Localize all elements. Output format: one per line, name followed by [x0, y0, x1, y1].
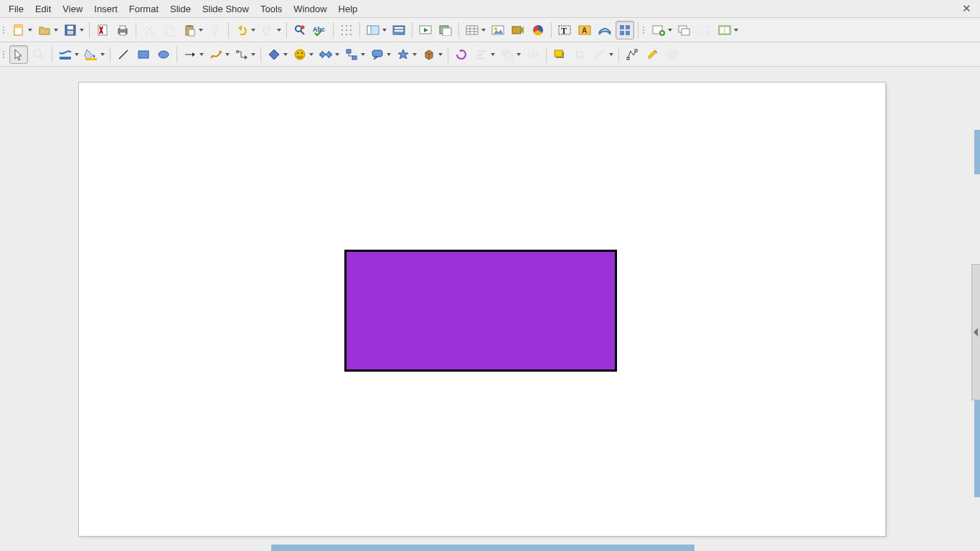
- curves-button[interactable]: [207, 45, 225, 64]
- rectangle-shape[interactable]: [344, 250, 617, 372]
- open-dropdown[interactable]: [53, 21, 59, 39]
- lines-arrows-dropdown[interactable]: [199, 45, 204, 64]
- insert-image-button[interactable]: [489, 21, 507, 39]
- undo-dropdown[interactable]: [250, 21, 256, 39]
- redo-dropdown[interactable]: [276, 21, 282, 39]
- start-current-button[interactable]: [436, 21, 455, 39]
- fill-color-dropdown[interactable]: [100, 45, 105, 64]
- align-button[interactable]: [472, 45, 491, 64]
- line-color-dropdown[interactable]: [74, 45, 80, 64]
- save-button[interactable]: [61, 21, 80, 39]
- block-arrows-dropdown[interactable]: [334, 45, 340, 64]
- insert-table-dropdown[interactable]: [481, 21, 486, 39]
- fill-color-button[interactable]: [82, 45, 100, 64]
- horizontal-scrollbar[interactable]: [271, 545, 694, 551]
- menu-tools[interactable]: Tools: [255, 1, 288, 17]
- duplicate-slide-button[interactable]: [675, 21, 694, 39]
- undo-button[interactable]: [232, 21, 251, 39]
- display-grid-button[interactable]: [337, 21, 356, 39]
- basic-shapes-button[interactable]: [265, 45, 283, 64]
- menu-help[interactable]: Help: [333, 1, 364, 17]
- toolbar-grip[interactable]: [643, 22, 647, 39]
- paste-button[interactable]: [180, 21, 199, 39]
- insert-chart-button[interactable]: [529, 21, 547, 39]
- callouts-button[interactable]: [368, 45, 387, 64]
- sidebar-tab[interactable]: [974, 130, 980, 174]
- new-slide-button[interactable]: [649, 21, 668, 39]
- save-dropdown[interactable]: [79, 21, 85, 39]
- new-document-dropdown[interactable]: [27, 21, 33, 39]
- delete-slide-button[interactable]: [695, 21, 714, 39]
- insert-line-button[interactable]: [114, 45, 133, 64]
- stars-dropdown[interactable]: [412, 45, 418, 64]
- new-document-button[interactable]: [9, 21, 28, 39]
- insert-textbox-button[interactable]: T: [555, 21, 574, 39]
- open-button[interactable]: [35, 21, 54, 39]
- paste-dropdown[interactable]: [198, 21, 204, 39]
- redo-button[interactable]: [258, 21, 277, 39]
- display-views-dropdown[interactable]: [382, 21, 387, 39]
- flowchart-button[interactable]: [342, 45, 361, 64]
- find-replace-button[interactable]: [291, 21, 309, 39]
- curves-dropdown[interactable]: [225, 45, 230, 64]
- gluepoints-button[interactable]: [643, 45, 661, 64]
- 3d-objects-button[interactable]: [420, 45, 438, 64]
- lines-arrows-button[interactable]: [181, 45, 199, 64]
- filter-dropdown[interactable]: [608, 45, 614, 64]
- menu-view[interactable]: View: [57, 1, 88, 17]
- insert-av-button[interactable]: [509, 21, 527, 39]
- symbol-shapes-dropdown[interactable]: [308, 45, 314, 64]
- polygon-edit-button[interactable]: [623, 45, 641, 64]
- stars-button[interactable]: [394, 45, 413, 64]
- zoom-pan-button[interactable]: [29, 45, 48, 64]
- new-slide-dropdown[interactable]: [667, 21, 673, 39]
- arrange-button[interactable]: [498, 45, 517, 64]
- display-views-button[interactable]: [364, 21, 382, 39]
- menu-file[interactable]: File: [3, 1, 29, 17]
- master-slide-button[interactable]: [390, 21, 408, 39]
- rectangle-button[interactable]: [134, 45, 153, 64]
- export-pdf-button[interactable]: [93, 21, 112, 39]
- symbol-shapes-button[interactable]: [291, 45, 309, 64]
- slide-layout-button[interactable]: [715, 21, 734, 39]
- connectors-button[interactable]: [232, 45, 251, 64]
- distribute-button[interactable]: [524, 45, 542, 64]
- extrusion-button[interactable]: [663, 45, 682, 64]
- ellipse-button[interactable]: [154, 45, 173, 64]
- menu-insert[interactable]: Insert: [88, 1, 123, 17]
- 3d-objects-dropdown[interactable]: [438, 45, 443, 64]
- line-color-button[interactable]: [56, 45, 75, 64]
- menu-edit[interactable]: Edit: [29, 1, 57, 17]
- slide-canvas[interactable]: [79, 83, 885, 536]
- arrange-dropdown[interactable]: [516, 45, 522, 64]
- select-tool-button[interactable]: [9, 45, 28, 64]
- menu-format[interactable]: Format: [123, 1, 164, 17]
- toolbar-grip[interactable]: [3, 46, 7, 63]
- fontwork-button[interactable]: [595, 21, 614, 39]
- insert-vtext-button[interactable]: A: [575, 21, 594, 39]
- menu-window[interactable]: Window: [288, 1, 332, 17]
- slide-layout-dropdown[interactable]: [733, 21, 739, 39]
- clone-format-button[interactable]: [206, 21, 225, 39]
- close-document-button[interactable]: ✕: [956, 2, 977, 15]
- menu-slide[interactable]: Slide: [164, 1, 197, 17]
- menu-slideshow[interactable]: Slide Show: [197, 1, 255, 17]
- shadow-button[interactable]: [550, 45, 569, 64]
- copy-button[interactable]: [160, 21, 179, 39]
- cut-button[interactable]: [140, 21, 159, 39]
- connectors-dropdown[interactable]: [250, 45, 256, 64]
- basic-shapes-dropdown[interactable]: [283, 45, 288, 64]
- align-dropdown[interactable]: [490, 45, 496, 64]
- flowchart-dropdown[interactable]: [360, 45, 366, 64]
- filter-button[interactable]: [590, 45, 609, 64]
- block-arrows-button[interactable]: [316, 45, 335, 64]
- crop-button[interactable]: [570, 45, 589, 64]
- sidebar-expand-handle[interactable]: [971, 264, 980, 400]
- insert-table-button[interactable]: [463, 21, 481, 39]
- snap-grid-button[interactable]: [616, 21, 634, 39]
- start-presentation-button[interactable]: [416, 21, 435, 39]
- spellcheck-button[interactable]: Abc: [311, 21, 329, 39]
- print-button[interactable]: [113, 21, 132, 39]
- rotate-button[interactable]: [452, 45, 471, 64]
- toolbar-grip[interactable]: [3, 22, 7, 39]
